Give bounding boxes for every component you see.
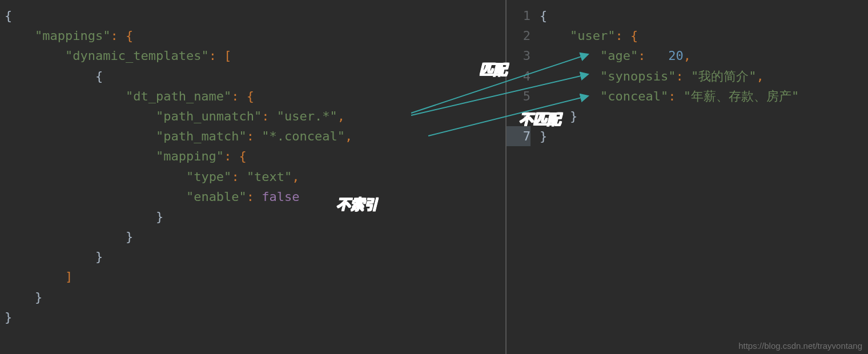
code-token: } [95, 250, 103, 264]
code-token: , [292, 170, 299, 184]
right-editor-pane[interactable]: 1 2 3 4 5 6 7 { "user": { "age": 20, "sy… [507, 0, 868, 354]
code-token: : [247, 190, 262, 204]
line-gutter: 1 2 3 4 5 6 7 [507, 0, 535, 354]
code-token: } [570, 109, 577, 123]
code-token: , [345, 129, 352, 143]
code-token: { [95, 69, 103, 83]
code-token: } [35, 290, 42, 304]
code-token: : [262, 109, 277, 123]
code-token: "dynamic_templates" [65, 49, 209, 63]
code-token: "path_unmatch" [156, 109, 262, 123]
code-token: "conceal" [600, 89, 668, 103]
code-token: : [668, 89, 684, 103]
code-token: "age" [600, 49, 638, 63]
line-number: 3 [507, 46, 531, 66]
code-token: "mappings" [35, 29, 110, 43]
code-token: "type" [186, 170, 231, 184]
code-token: "synopsis" [600, 69, 676, 83]
code-token: , [756, 69, 763, 83]
code-token: } [5, 310, 12, 324]
code-token: } [540, 129, 547, 143]
line-number: 4 [507, 66, 531, 86]
code-token: 20 [668, 49, 684, 63]
line-number: 5 [507, 86, 531, 106]
code-token: "dt_path_name" [126, 89, 231, 103]
code-token: { [5, 9, 12, 23]
code-token: "text" [247, 170, 292, 184]
code-token: : [247, 129, 262, 143]
code-token: : { [224, 149, 247, 163]
line-number: 7 [507, 126, 531, 146]
line-number: 6 [507, 106, 531, 126]
code-token: { [540, 9, 547, 23]
code-token: false [262, 190, 299, 204]
code-token: "年薪、存款、房产" [684, 89, 799, 103]
code-token: , [684, 49, 691, 63]
code-token: : [638, 49, 668, 63]
line-number: 1 [507, 6, 531, 26]
left-editor-pane[interactable]: { "mappings": { "dynamic_templates": [ {… [0, 0, 505, 354]
code-token: "enable" [186, 190, 247, 204]
code-token: : { [231, 89, 254, 103]
right-code-area[interactable]: { "user": { "age": 20, "synopsis": "我的简介… [535, 0, 868, 354]
code-token: : [ [209, 49, 232, 63]
watermark: https://blog.csdn.net/trayvontang [738, 341, 862, 351]
code-token: } [126, 230, 133, 244]
code-token: "mapping" [156, 149, 224, 163]
code-token: "user" [570, 29, 615, 43]
code-token: : { [615, 29, 638, 43]
code-token: : [231, 170, 247, 184]
code-token: "我的简介" [691, 69, 757, 83]
code-token: "*.conceal" [262, 129, 345, 143]
code-token: "user.*" [277, 109, 337, 123]
code-token: } [156, 210, 163, 224]
code-token: , [337, 109, 345, 123]
code-token: "path_match" [156, 129, 247, 143]
code-token: : [676, 69, 691, 83]
code-token: : { [110, 29, 133, 43]
split-editor: { "mappings": { "dynamic_templates": [ {… [0, 0, 868, 354]
line-number: 2 [507, 26, 531, 46]
code-token: ] [65, 269, 73, 284]
